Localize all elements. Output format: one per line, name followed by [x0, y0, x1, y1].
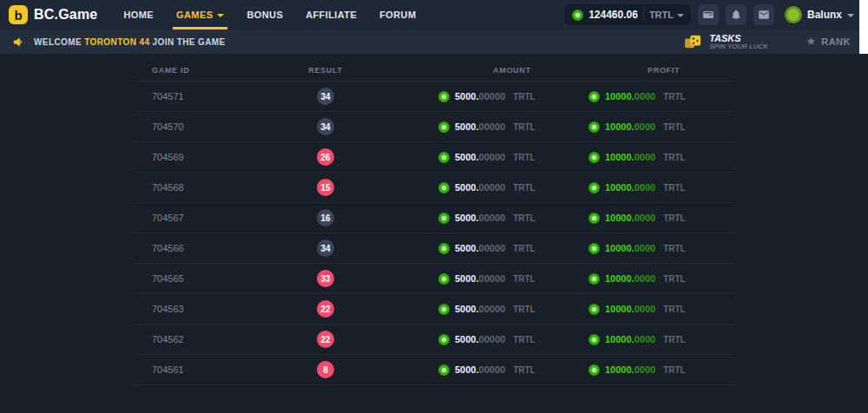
- notifications-button[interactable]: [726, 4, 746, 25]
- game-id: 704565: [152, 273, 184, 284]
- table-row[interactable]: 704571 34 5000.00000 TRTL 10000.0000 TRT…: [135, 82, 733, 112]
- balance-widget[interactable]: 124460.06 TRTL: [565, 4, 691, 25]
- top-navbar: b BC.Game HOME GAMES BONUS AFFILIATE FOR…: [0, 0, 868, 30]
- profit-main: 10000.: [605, 182, 635, 193]
- profit-main: 10000.: [605, 152, 635, 162]
- amount-value: 5000.00000: [455, 364, 505, 375]
- coin-icon: [589, 304, 600, 315]
- nav-item-forum[interactable]: FORUM: [379, 0, 416, 30]
- profit-dec: 0000: [635, 121, 655, 132]
- wallet-button[interactable]: [698, 4, 719, 25]
- table-row[interactable]: 704568 15 5000.00000 TRTL 10000.0000 TRT…: [135, 173, 733, 203]
- coin-icon: [589, 121, 600, 133]
- nav-home-label: HOME: [123, 10, 154, 20]
- nav-forum-label: FORUM: [379, 10, 416, 20]
- amount-currency: TRTL: [513, 92, 536, 102]
- amount-dec: 00000: [479, 213, 506, 223]
- amount-main: 5000.: [455, 334, 479, 344]
- profit-value: 10000.0000: [605, 334, 655, 344]
- profit-value: 10000.0000: [605, 182, 655, 193]
- balance-amount: 124460.06: [589, 9, 638, 21]
- amount-value: 5000.00000: [455, 334, 505, 344]
- rank-label: RANK: [821, 36, 851, 47]
- coin-icon: [438, 243, 450, 254]
- table-row[interactable]: 704563 22 5000.00000 TRTL 10000.0000 TRT…: [135, 294, 733, 324]
- amount-main: 5000.: [455, 364, 479, 375]
- profit-dec: 0000: [635, 182, 655, 193]
- banner-right: TASKS SPIN YOUR LUCK ★ RANK: [684, 33, 851, 51]
- welcome-username: TORONTON 44: [84, 37, 149, 47]
- table-row[interactable]: 704567 16 5000.00000 TRTL 10000.0000 TRT…: [135, 203, 733, 233]
- profit-currency: TRTL: [663, 213, 686, 223]
- logo[interactable]: b BC.Game: [9, 5, 97, 24]
- col-header-profit: PROFIT: [564, 66, 733, 75]
- amount-dec: 00000: [479, 152, 506, 162]
- amount-currency: TRTL: [513, 305, 536, 314]
- result-badge: 15: [317, 179, 334, 196]
- profit-currency: TRTL: [663, 153, 686, 162]
- amount-dec: 00000: [479, 182, 506, 193]
- amount-value: 5000.00000: [455, 121, 505, 132]
- profit-currency: TRTL: [663, 305, 686, 314]
- result-badge: 33: [317, 270, 334, 287]
- profit-main: 10000.: [605, 213, 635, 223]
- profit-main: 10000.: [605, 364, 635, 375]
- game-id: 704566: [152, 243, 184, 253]
- currency-selector[interactable]: TRTL: [649, 10, 684, 20]
- user-name: Balunx: [807, 9, 842, 21]
- coin-icon: [589, 182, 600, 193]
- amount-value: 5000.00000: [455, 152, 505, 162]
- table-row[interactable]: 704570 34 5000.00000 TRTL 10000.0000 TRT…: [135, 112, 733, 142]
- coin-icon: [438, 304, 450, 315]
- table-row[interactable]: 704566 34 5000.00000 TRTL 10000.0000 TRT…: [135, 233, 733, 264]
- coin-icon: [438, 152, 450, 163]
- profit-value: 10000.0000: [605, 213, 655, 223]
- envelope-icon: [758, 9, 770, 21]
- coin-icon: [589, 334, 600, 345]
- profit-dec: 0000: [635, 91, 655, 102]
- profit-currency: TRTL: [663, 244, 686, 253]
- coin-icon: [589, 273, 600, 285]
- divider: [643, 9, 644, 21]
- amount-main: 5000.: [455, 121, 479, 132]
- profit-currency: TRTL: [663, 92, 686, 102]
- amount-dec: 00000: [479, 243, 506, 253]
- game-id: 704563: [152, 304, 184, 314]
- amount-currency: TRTL: [513, 183, 536, 193]
- profit-main: 10000.: [605, 121, 635, 132]
- coin-icon: [438, 91, 450, 102]
- nav-item-games[interactable]: GAMES: [176, 0, 224, 30]
- tasks-title: TASKS: [709, 33, 767, 43]
- nav-item-bonus[interactable]: BONUS: [247, 0, 283, 30]
- welcome-message: WELCOME TORONTON 44 JOIN THE GAME: [12, 36, 226, 49]
- profit-main: 10000.: [605, 304, 635, 314]
- nav-item-affiliate[interactable]: AFFILIATE: [306, 0, 357, 30]
- welcome-text: WELCOME TORONTON 44 JOIN THE GAME: [34, 37, 226, 47]
- profit-dec: 0000: [635, 273, 655, 284]
- scrollbar[interactable]: [859, 0, 868, 54]
- table-row[interactable]: 704565 33 5000.00000 TRTL 10000.0000 TRT…: [135, 264, 733, 294]
- profit-value: 10000.0000: [605, 273, 655, 284]
- game-id: 704571: [152, 91, 184, 102]
- result-badge: 34: [317, 88, 334, 105]
- coin-icon: [589, 91, 600, 102]
- amount-dec: 00000: [479, 121, 506, 132]
- amount-main: 5000.: [455, 243, 479, 253]
- amount-value: 5000.00000: [455, 273, 505, 284]
- logo-text: BC.Game: [34, 7, 97, 23]
- game-id: 704561: [152, 364, 184, 375]
- table-row[interactable]: 704562 22 5000.00000 TRTL 10000.0000 TRT…: [135, 324, 733, 355]
- coin-icon: [572, 10, 583, 21]
- table-row[interactable]: 704569 26 5000.00000 TRTL 10000.0000 TRT…: [135, 142, 733, 173]
- profit-currency: TRTL: [663, 183, 686, 193]
- game-id: 704569: [152, 152, 184, 162]
- rank-button[interactable]: ★ RANK: [806, 35, 851, 48]
- nav-item-home[interactable]: HOME: [123, 0, 154, 30]
- amount-main: 5000.: [455, 213, 479, 223]
- messages-button[interactable]: [753, 4, 774, 25]
- table-row[interactable]: 704561 8 5000.00000 TRTL 10000.0000 TRTL: [135, 355, 733, 385]
- chevron-down-icon: [217, 14, 224, 17]
- tasks-button[interactable]: TASKS SPIN YOUR LUCK: [684, 33, 767, 51]
- profit-main: 10000.: [605, 273, 635, 284]
- user-menu[interactable]: Balunx: [785, 6, 854, 23]
